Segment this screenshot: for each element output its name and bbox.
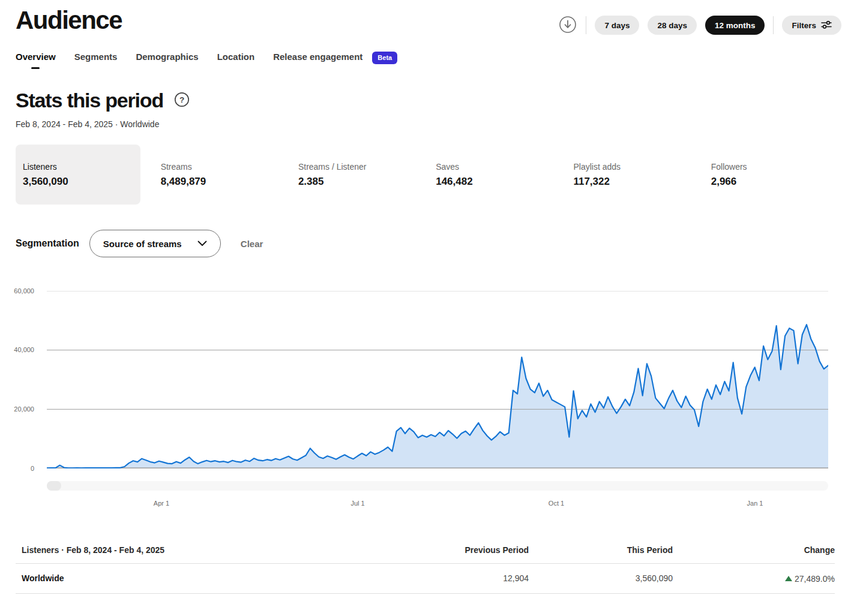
chart-scrollbar-thumb[interactable] [47,481,61,491]
segmentation-dropdown-value: Source of streams [103,239,182,249]
download-icon [559,16,577,35]
chart-svg [47,291,828,468]
period-button-7-days[interactable]: 7 days [595,16,639,35]
column-this-period[interactable]: This Period [529,545,673,555]
stat-value: 146,482 [436,176,566,188]
stats-heading-section: Stats this period ? Feb 8, 2024 - Feb 4,… [0,89,857,129]
audience-page: Audience 7 days 28 days 12 months Filter… [0,0,857,616]
y-axis-tick: 40,000 [0,346,34,353]
listeners-breakdown-table: Listeners · Feb 8, 2024 - Feb 4, 2025 Pr… [16,542,841,594]
stat-value: 2,966 [711,176,841,188]
svg-text:?: ? [179,95,184,104]
previous-period-value: 12,904 [385,573,529,583]
x-axis-tick: Apr 1 [154,500,169,507]
segmentation-row: Segmentation Source of streams Clear [16,230,857,257]
period-button-12-months[interactable]: 12 months [705,16,765,35]
stat-value: 2.385 [298,176,428,188]
stat-value: 8,489,879 [161,176,291,188]
stat-label: Streams [161,162,291,172]
beta-badge: Beta [372,52,397,64]
top-bar: Audience 7 days 28 days 12 months Filter… [0,0,857,43]
tab-release-engagement[interactable]: Release engagement [273,52,362,64]
change-value-cell: 27,489.0% [673,573,835,584]
chevron-down-icon [197,239,207,248]
stat-card-followers[interactable]: Followers 2,966 [704,145,841,205]
y-axis-tick: 20,000 [0,405,34,413]
page-title: Audience [16,6,122,35]
x-axis-tick: Jul 1 [350,500,364,507]
date-range-subtitle: Feb 8, 2024 - Feb 4, 2025 · Worldwide [16,119,857,129]
tab-demographics[interactable]: Demographics [136,52,198,64]
help-icon[interactable]: ? [174,92,190,110]
stat-cards-row: Listeners 3,560,090 Streams 8,489,879 St… [16,145,841,205]
tab-segments[interactable]: Segments [74,52,118,64]
stat-value: 117,322 [573,176,703,188]
chart-scrollbar[interactable] [47,481,828,491]
listeners-area-chart[interactable] [47,291,828,468]
stat-label: Streams / Listener [298,162,428,172]
clear-segmentation-button[interactable]: Clear [241,239,263,249]
stat-card-streams-per-listener[interactable]: Streams / Listener 2.385 [291,145,428,205]
this-period-value: 3,560,090 [529,573,673,583]
section-tabs: Overview Segments Demographics Location … [0,48,857,67]
period-button-28-days[interactable]: 28 days [648,16,697,35]
change-up-triangle-icon [785,576,792,581]
divider [773,16,774,34]
segmentation-label: Segmentation [16,238,79,249]
download-button[interactable] [558,16,577,35]
stat-value: 3,560,090 [23,176,140,188]
sliders-icon [821,20,832,31]
filters-button[interactable]: Filters [782,16,841,35]
y-axis-tick: 60,000 [0,287,34,295]
stat-label: Playlist adds [573,162,703,172]
x-axis-tick: Oct 1 [549,500,564,507]
change-value: 27,489.0% [795,574,835,584]
stats-title: Stats this period [16,89,163,112]
stat-label: Followers [711,162,841,172]
tab-overview[interactable]: Overview [16,52,56,64]
divider [586,16,586,34]
table-header-row: Listeners · Feb 8, 2024 - Feb 4, 2025 Pr… [16,542,835,563]
stat-label: Listeners [23,162,140,172]
column-change[interactable]: Change [673,545,835,555]
stat-card-listeners[interactable]: Listeners 3,560,090 [16,145,140,205]
y-axis-tick: 0 [0,465,34,472]
header-controls: 7 days 28 days 12 months Filters [558,16,841,35]
tab-location[interactable]: Location [217,52,255,64]
stat-label: Saves [436,162,566,172]
stat-card-streams[interactable]: Streams 8,489,879 [154,145,291,205]
stat-card-saves[interactable]: Saves 146,482 [428,145,566,205]
x-axis-tick: Jan 1 [747,500,763,507]
stat-card-playlist-adds[interactable]: Playlist adds 117,322 [566,145,703,205]
listeners-chart-section: 60,000 40,000 20,000 0 Apr 1 Jul 1 Oct 1… [0,291,857,514]
column-previous-period[interactable]: Previous Period [385,545,529,555]
table-title: Listeners · Feb 8, 2024 - Feb 4, 2025 [22,545,385,555]
segmentation-dropdown[interactable]: Source of streams [89,230,221,257]
row-name: Worldwide [22,573,385,583]
table-row[interactable]: Worldwide 12,904 3,560,090 27,489.0% [16,563,835,594]
filters-label: Filters [792,21,816,30]
tab-release-engagement-group: Release engagement Beta [273,52,397,64]
